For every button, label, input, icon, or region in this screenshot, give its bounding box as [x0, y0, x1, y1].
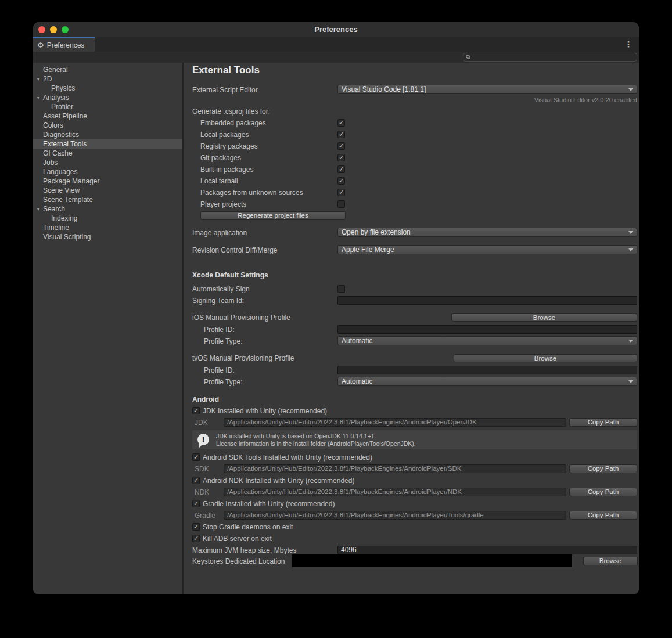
tvos-profile-type-label: Profile Type: — [204, 377, 242, 387]
stop-gradle-daemons-label: Stop Gradle daemons on exit — [203, 522, 293, 532]
warning-icon: ! — [197, 434, 209, 445]
ios-browse-button[interactable]: Browse — [451, 313, 637, 322]
sidebar-item-asset-pipeline[interactable]: Asset Pipeline — [33, 111, 182, 121]
tvos-profile-id-field[interactable] — [337, 366, 637, 374]
tvos-provisioning-label: tvOS Manual Provisioning Profile — [192, 354, 294, 363]
git-packages-label: Git packages — [200, 153, 241, 163]
ndk-path-label: NDK — [195, 488, 209, 497]
keystores-location-label: Keystores Dedicated Location — [192, 557, 285, 566]
registry-packages-checkbox[interactable]: ✓ — [337, 142, 345, 150]
gradle-installed-label: Gradle Installed with Unity (recommended… — [203, 499, 335, 509]
check-icon: ✓ — [193, 477, 199, 484]
jdk-installed-checkbox[interactable]: ✓ — [192, 407, 200, 414]
gradle-path-label: Gradle — [195, 511, 215, 520]
ndk-copy-path-button[interactable]: Copy Path — [569, 488, 637, 496]
sidebar-item-scene-view[interactable]: Scene View — [33, 186, 182, 195]
sidebar-item-scene-template[interactable]: Scene Template — [33, 195, 182, 204]
keystores-browse-button[interactable]: Browse — [583, 557, 638, 565]
sdk-installed-label: Android SDK Tools Installed with Unity (… — [203, 453, 372, 462]
vs-editor-version-note: Visual Studio Editor v2.0.20 enabled — [337, 96, 637, 103]
jdk-copy-path-button[interactable]: Copy Path — [569, 418, 637, 427]
sidebar-item-languages[interactable]: Languages — [33, 167, 182, 176]
sdk-copy-path-button[interactable]: Copy Path — [569, 464, 637, 473]
sidebar-item-profiler[interactable]: Profiler — [33, 102, 182, 111]
sidebar-item-timeline[interactable]: Timeline — [33, 223, 182, 232]
automatically-sign-checkbox[interactable] — [337, 285, 345, 293]
signing-team-id-field[interactable] — [337, 296, 637, 305]
automatically-sign-label: Automatically Sign — [192, 284, 250, 294]
tab-preferences[interactable]: ⚙ Preferences — [33, 37, 95, 52]
jdk-info-line2: License information is in the install fo… — [216, 440, 416, 448]
sidebar-item-general[interactable]: General — [33, 65, 182, 74]
embedded-packages-label: Embedded packages — [200, 118, 266, 128]
keystores-location-field[interactable] — [292, 554, 572, 567]
sdk-path-label: SDK — [195, 464, 209, 474]
embedded-packages-checkbox[interactable]: ✓ — [337, 119, 345, 127]
local-tarball-checkbox[interactable]: ✓ — [337, 177, 345, 185]
title-bar[interactable]: Preferences — [33, 22, 639, 37]
tab-strip: ⚙ Preferences ⋮ — [33, 37, 639, 52]
check-icon: ✓ — [193, 454, 199, 460]
chevron-down-icon[interactable]: ▼ — [35, 93, 41, 103]
sidebar-item-jobs[interactable]: Jobs — [33, 158, 182, 167]
git-packages-checkbox[interactable]: ✓ — [337, 154, 345, 161]
external-script-editor-dropdown[interactable]: Visual Studio Code [1.81.1] — [337, 85, 637, 94]
sidebar-item-colors[interactable]: Colors — [33, 121, 182, 130]
sidebar-item-gi-cache[interactable]: GI Cache — [33, 149, 182, 158]
search-box[interactable] — [463, 53, 637, 62]
max-jvm-heap-label: Maximum JVM heap size, Mbytes — [192, 546, 296, 555]
stop-gradle-daemons-checkbox[interactable]: ✓ — [192, 523, 200, 531]
jdk-path-field: /Applications/Unity/Hub/Editor/2022.3.8f… — [224, 418, 566, 427]
sidebar-item-external-tools[interactable]: External Tools — [33, 139, 182, 149]
sdk-installed-checkbox[interactable]: ✓ — [192, 453, 200, 461]
packages-unknown-sources-checkbox[interactable]: ✓ — [337, 189, 345, 196]
tvos-browse-button[interactable]: Browse — [454, 354, 637, 362]
kill-adb-server-checkbox[interactable]: ✓ — [192, 535, 200, 542]
search-input[interactable] — [473, 53, 632, 62]
gradle-copy-path-button[interactable]: Copy Path — [569, 511, 637, 520]
xcode-settings-title: Xcode Default Settings — [192, 271, 268, 280]
player-projects-checkbox[interactable] — [337, 200, 345, 208]
check-icon: ✓ — [338, 143, 344, 149]
local-packages-checkbox[interactable]: ✓ — [337, 131, 345, 138]
tvos-profile-type-dropdown[interactable]: Automatic — [337, 377, 637, 386]
external-script-editor-label: External Script Editor — [192, 85, 258, 95]
check-icon: ✓ — [193, 535, 199, 542]
sidebar-item-diagnostics[interactable]: Diagnostics — [33, 130, 182, 139]
gear-icon: ⚙ — [37, 41, 44, 49]
check-icon: ✓ — [338, 166, 344, 172]
image-application-dropdown[interactable]: Open by file extension — [337, 228, 637, 237]
check-icon: ✓ — [338, 178, 344, 184]
check-icon: ✓ — [338, 189, 344, 196]
sidebar-item-visual-scripting[interactable]: Visual Scripting — [33, 232, 182, 241]
check-icon: ✓ — [193, 524, 199, 530]
ios-profile-id-field[interactable] — [337, 325, 637, 334]
revision-control-dropdown[interactable]: Apple File Merge — [337, 245, 637, 254]
gradle-installed-checkbox[interactable]: ✓ — [192, 500, 200, 507]
tab-label: Preferences — [47, 41, 85, 49]
ndk-installed-label: Android NDK Installed with Unity (recomm… — [203, 476, 354, 485]
sdk-path-field: /Applications/Unity/Hub/Editor/2022.3.8f… — [224, 464, 566, 473]
sidebar-item-indexing[interactable]: Indexing — [33, 214, 182, 223]
max-jvm-heap-field[interactable]: 4096 — [337, 546, 637, 554]
ios-profile-type-dropdown[interactable]: Automatic — [337, 336, 637, 345]
built-in-packages-checkbox[interactable]: ✓ — [337, 165, 345, 173]
regenerate-project-files-button[interactable]: Regenerate project files — [200, 211, 346, 220]
sidebar: General ▼2D Physics ▼Analysis Profiler A… — [33, 63, 184, 594]
registry-packages-label: Registry packages — [200, 142, 258, 151]
chevron-down-icon[interactable]: ▼ — [35, 205, 41, 214]
check-icon: ✓ — [193, 500, 199, 507]
jdk-info-line1: JDK installed with Unity is based on Ope… — [216, 432, 416, 440]
signing-team-id-label: Signing Team Id: — [192, 296, 244, 305]
check-icon: ✓ — [338, 131, 344, 138]
sidebar-item-analysis[interactable]: ▼Analysis — [33, 93, 182, 102]
gradle-path-field: /Applications/Unity/Hub/Editor/2022.3.8f… — [224, 511, 566, 520]
sidebar-item-package-manager[interactable]: Package Manager — [33, 176, 182, 186]
kebab-menu-icon[interactable]: ⋮ — [624, 38, 633, 51]
sidebar-item-search[interactable]: ▼Search — [33, 204, 182, 214]
sidebar-item-physics[interactable]: Physics — [33, 84, 182, 93]
sidebar-item-2d[interactable]: ▼2D — [33, 74, 182, 84]
chevron-down-icon[interactable]: ▼ — [35, 75, 41, 84]
ndk-installed-checkbox[interactable]: ✓ — [192, 477, 200, 484]
generate-csproj-label: Generate .csproj files for: — [192, 107, 270, 116]
